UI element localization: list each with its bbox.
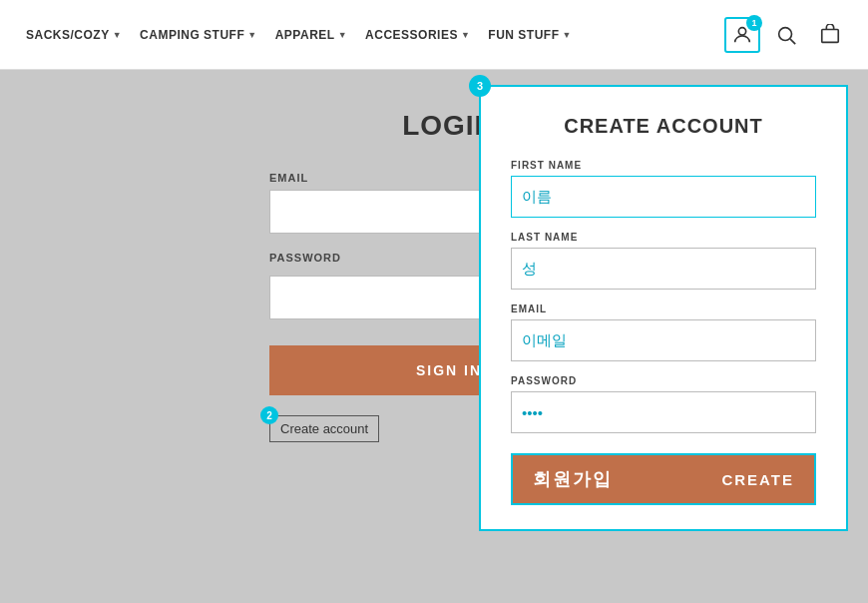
create-password-input[interactable]	[511, 391, 816, 433]
create-password-field-group: PASSWORD	[511, 375, 816, 447]
create-button-korean: 회원가입	[533, 467, 613, 491]
user-icon-button[interactable]: 1	[724, 17, 760, 53]
nav-item-sacks-cozy[interactable]: SACKS/COZY ▼	[20, 24, 128, 46]
user-badge: 1	[746, 15, 762, 31]
nav-item-accessories[interactable]: ACCESSORIES ▼	[359, 24, 476, 46]
nav-label-fun-stuff: FUN STUFF	[488, 28, 559, 42]
cart-icon-button[interactable]	[812, 17, 848, 53]
chevron-down-icon: ▼	[247, 30, 256, 40]
first-name-label: FIRST NAME	[511, 160, 816, 171]
cart-icon	[819, 24, 841, 46]
create-email-input[interactable]	[511, 319, 816, 361]
chevron-down-icon: ▼	[461, 30, 470, 40]
main-area: LOGIN EMAIL PASSWORD Forgot? SIGN IN 2 C…	[0, 70, 868, 603]
create-account-text: Create account	[280, 421, 368, 436]
nav-item-apparel[interactable]: APPAREL ▼	[269, 24, 353, 46]
nav-label-camping-stuff: CAMPING STUFF	[140, 28, 244, 42]
create-email-field-group: EMAIL	[511, 303, 816, 375]
nav-item-fun-stuff[interactable]: FUN STUFF ▼	[482, 24, 578, 46]
navbar: SACKS/COZY ▼ CAMPING STUFF ▼ APPAREL ▼ A…	[0, 0, 868, 70]
create-button-label: CREATE	[721, 471, 794, 488]
first-name-input[interactable]	[511, 176, 816, 218]
create-password-label: PASSWORD	[511, 375, 816, 386]
search-icon-button[interactable]	[768, 17, 804, 53]
nav-label-apparel: APPAREL	[275, 28, 335, 42]
modal-title: CREATE ACCOUNT	[511, 115, 816, 138]
last-name-field-group: LAST NAME	[511, 232, 816, 303]
svg-rect-3	[822, 29, 839, 42]
nav-label-accessories: ACCESSORIES	[365, 28, 458, 42]
svg-point-1	[779, 27, 792, 40]
modal-overlay: 3 CREATE ACCOUNT FIRST NAME LAST NAME EM…	[439, 70, 868, 603]
last-name-label: LAST NAME	[511, 232, 816, 243]
search-icon	[775, 24, 797, 46]
modal-badge: 3	[469, 75, 491, 97]
create-button[interactable]: 회원가입 CREATE	[511, 453, 816, 505]
nav-links: SACKS/COZY ▼ CAMPING STUFF ▼ APPAREL ▼ A…	[20, 24, 578, 46]
nav-item-camping-stuff[interactable]: CAMPING STUFF ▼	[134, 24, 263, 46]
chevron-down-icon: ▼	[563, 30, 572, 40]
last-name-input[interactable]	[511, 248, 816, 290]
svg-point-0	[738, 27, 745, 34]
chevron-down-icon: ▼	[113, 30, 122, 40]
create-account-modal: 3 CREATE ACCOUNT FIRST NAME LAST NAME EM…	[479, 85, 848, 531]
create-account-link[interactable]: 2 Create account	[269, 415, 379, 442]
create-email-label: EMAIL	[511, 303, 816, 314]
first-name-field-group: FIRST NAME	[511, 160, 816, 232]
svg-line-2	[790, 39, 795, 44]
nav-icons: 1	[724, 17, 848, 53]
chevron-down-icon: ▼	[338, 30, 347, 40]
create-account-badge: 2	[260, 406, 278, 424]
password-label: PASSWORD	[269, 252, 341, 264]
nav-label-sacks-cozy: SACKS/COZY	[26, 28, 110, 42]
